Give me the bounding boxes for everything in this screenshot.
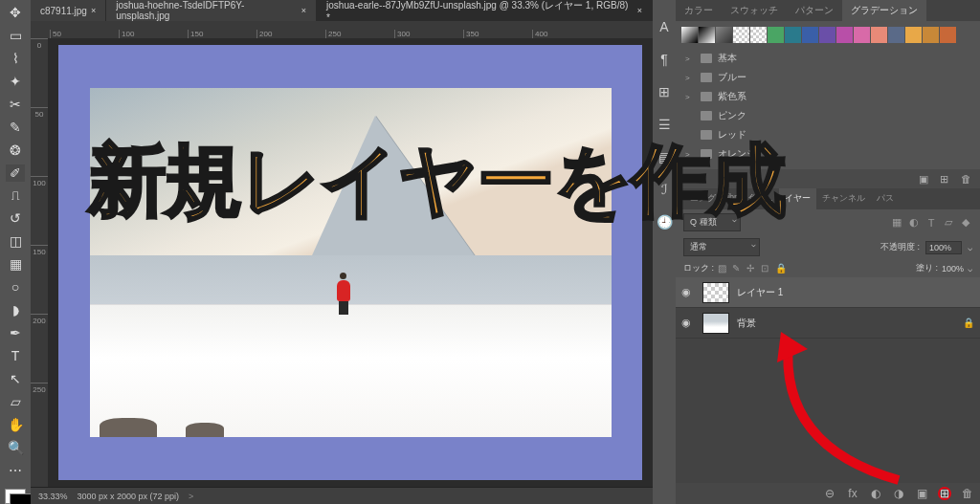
history-brush-tool[interactable]: ↺ (6, 209, 25, 227)
blend-mode-select[interactable]: 通常 (683, 238, 760, 256)
align-icon[interactable]: ☰ (657, 117, 672, 132)
crop-tool[interactable]: ✂ (6, 96, 25, 113)
pen-tool[interactable]: ✒ (6, 324, 25, 341)
layer-item[interactable]: ◉ レイヤー 1 (676, 277, 980, 308)
tab-gradients[interactable]: グラデーション (842, 0, 926, 21)
lock-all-icon[interactable]: 🔒 (775, 263, 787, 274)
gradient-folder[interactable]: >基本 (681, 49, 974, 68)
gradient-swatch[interactable] (888, 27, 904, 43)
type-tool[interactable]: T (6, 347, 25, 364)
path-tool[interactable]: ↖ (6, 370, 25, 387)
layer-name: 背景 (737, 317, 756, 330)
filter-pixel-icon[interactable]: ▦ (890, 216, 903, 230)
zoom-tool[interactable]: 🔍 (6, 439, 25, 456)
gradient-tool[interactable]: ▦ (6, 255, 25, 273)
lock-artboard-icon[interactable]: ⊡ (761, 263, 772, 274)
doc-tab-1[interactable]: joshua-hoehne-TsdeIDFTP6Y-unsplash.jpg× (106, 0, 317, 21)
layers-footer: ⊖ fx ◐ ◑ ▣ ⊞ 🗑 (676, 483, 980, 504)
tab-paths[interactable]: パス (871, 188, 900, 209)
layer-thumbnail (702, 313, 729, 334)
folder-icon (701, 111, 712, 121)
filter-adjust-icon[interactable]: ◐ (907, 216, 921, 230)
glyphs-icon[interactable]: ⊞ (657, 84, 672, 99)
zoom-level[interactable]: 33.33% (38, 492, 68, 501)
document-tabs: c87911.jpg× joshua-hoehne-TsdeIDFTP6Y-un… (31, 0, 653, 21)
filter-shape-icon[interactable]: ▱ (942, 216, 955, 230)
eyedropper-tool[interactable]: ✎ (6, 119, 25, 136)
gradient-swatch[interactable] (871, 27, 887, 43)
filter-smart-icon[interactable]: ◆ (959, 216, 972, 230)
tab-channels[interactable]: チャンネル (816, 188, 871, 209)
new-layer-button[interactable]: ⊞ (938, 487, 951, 500)
doc-tab-2[interactable]: joshua-earle--87JyMb9ZfU-unsplash.jpg @ … (317, 0, 653, 21)
paragraph-panel-icon[interactable]: ¶ (657, 52, 672, 67)
gradient-swatch[interactable] (733, 27, 749, 43)
close-icon[interactable]: × (301, 6, 306, 15)
gradient-swatch[interactable] (819, 27, 835, 43)
gradient-swatch[interactable] (750, 27, 767, 43)
close-icon[interactable]: × (91, 6, 96, 15)
gradient-swatch[interactable] (905, 27, 922, 43)
type-panel-icon[interactable]: A (657, 19, 672, 34)
mask-icon[interactable]: ◐ (869, 487, 882, 500)
lasso-tool[interactable]: ⌇ (6, 50, 25, 67)
disclosure-icon: > (685, 55, 695, 63)
dodge-tool[interactable]: ◗ (6, 301, 25, 318)
tab-color[interactable]: カラー (676, 0, 722, 21)
healing-tool[interactable]: ❂ (6, 142, 25, 159)
chevron-down-icon[interactable]: ⌵ (968, 264, 972, 274)
chevron-right-icon[interactable]: > (189, 492, 193, 501)
library-icon[interactable]: ▣ (919, 173, 930, 185)
filter-type-icon[interactable]: T (924, 216, 938, 230)
tab-swatches[interactable]: スウォッチ (722, 0, 787, 21)
ruler-vertical: 050100150200250 (31, 38, 48, 487)
lock-transparent-icon[interactable]: ▨ (718, 263, 729, 274)
gradient-swatch[interactable] (785, 27, 801, 43)
gradient-folder[interactable]: >ブルー (681, 68, 974, 87)
lock-pixel-icon[interactable]: ✎ (732, 263, 744, 274)
fx-icon[interactable]: fx (846, 487, 859, 500)
stamp-tool[interactable]: ⎍ (6, 187, 25, 205)
gradient-swatch[interactable] (923, 27, 939, 43)
delete-layer-icon[interactable]: 🗑 (961, 487, 974, 500)
doc-tab-0[interactable]: c87911.jpg× (31, 0, 106, 21)
tab-patterns[interactable]: パターン (787, 0, 842, 21)
canvas[interactable] (48, 38, 653, 487)
person-figure (335, 273, 352, 315)
hand-tool[interactable]: ✋ (6, 416, 25, 433)
document-background (58, 45, 642, 480)
color-swatches[interactable] (5, 489, 26, 504)
gradient-swatch[interactable] (681, 27, 698, 43)
adjustment-icon[interactable]: ◑ (892, 487, 905, 500)
opacity-field[interactable]: 100% (925, 241, 962, 254)
gradient-swatch[interactable] (768, 27, 784, 43)
gradient-swatch[interactable] (716, 27, 732, 43)
trash-icon[interactable]: 🗑 (961, 173, 972, 185)
layer-name: レイヤー 1 (737, 286, 783, 299)
gradient-swatch[interactable] (854, 27, 870, 43)
gradient-swatch[interactable] (699, 27, 715, 43)
group-icon[interactable]: ▣ (915, 487, 928, 500)
link-layers-icon[interactable]: ⊖ (823, 487, 836, 500)
fill-field[interactable]: 100% (942, 264, 964, 274)
gradient-folder[interactable]: >紫色系 (681, 87, 974, 106)
brush-tool[interactable]: ✐ (6, 164, 25, 182)
visibility-icon[interactable]: ◉ (681, 286, 695, 298)
eraser-tool[interactable]: ◫ (6, 232, 25, 250)
gradient-folder[interactable]: ピンク (681, 106, 974, 125)
lock-position-icon[interactable]: ✢ (746, 263, 758, 274)
blur-tool[interactable]: ○ (6, 278, 25, 296)
gradient-swatch[interactable] (836, 27, 853, 43)
gradient-swatch[interactable] (940, 27, 956, 43)
marquee-tool[interactable]: ▭ (6, 27, 25, 44)
chevron-down-icon[interactable]: ⌵ (968, 243, 972, 252)
move-tool[interactable]: ✥ (6, 4, 25, 21)
new-icon[interactable]: ⊞ (940, 173, 951, 185)
wand-tool[interactable]: ✦ (6, 73, 25, 90)
edit-toolbar[interactable]: ⋯ (6, 462, 25, 479)
layer-item[interactable]: ◉ 背景 🔒 (676, 308, 980, 339)
visibility-icon[interactable]: ◉ (681, 317, 695, 329)
close-icon[interactable]: × (637, 6, 642, 15)
gradient-swatch[interactable] (802, 27, 818, 43)
shape-tool[interactable]: ▱ (6, 393, 25, 410)
